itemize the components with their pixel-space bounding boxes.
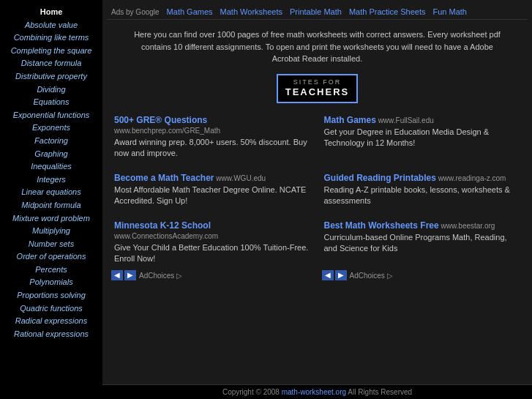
sidebar-item-exponents[interactable]: Exponents [3,122,100,135]
ad-bottom-nav-row: ◀ ▶ AdChoices ▷ ◀ ▶ AdChoices ▷ [107,269,528,282]
sidebar-item-radical-expressions[interactable]: Radical expressions [3,315,100,328]
ad-title-link-5[interactable]: Best Math Worksheets Free [324,220,439,231]
ad-block-3: Guided Reading Printables www.readinga-z… [320,168,525,212]
ad-desc-1: Get your Degree in Education Media Desig… [324,127,521,149]
ad-title-link-0[interactable]: 500+ GRE® Questions [114,115,207,125]
top-ad-link-math-games[interactable]: Math Games [167,7,213,16]
sidebar-item-inequalities[interactable]: Inequalities [3,160,100,174]
ad-choices-left: AdChoices ▷ [139,272,182,280]
sidebar-item-rational-expressions[interactable]: Rational expressions [3,328,100,341]
top-ad-bar: Ads by Google Math GamesMath WorksheetsP… [107,4,528,20]
footer: Copyright © 2008 math-worksheet.org All … [102,384,532,399]
ad-title-link-1[interactable]: Math Games [324,115,376,125]
teachers-banner: SITES FOR TEACHERS [107,74,528,104]
sidebar: HomeAbsolute valueCombining like termsCo… [0,0,102,399]
sidebar-item-absolute-value[interactable]: Absolute value [3,19,100,32]
ad-block-4: Minnesota K-12 School www.ConnectionsAca… [110,216,315,269]
ad-next-arrow-left[interactable]: ▶ [124,270,136,280]
ad-block-5: Best Math Worksheets Free www.beestar.or… [320,216,525,269]
ad-title-2[interactable]: Become a Math Teacher www.WGU.edu [114,173,311,183]
sidebar-item-integers[interactable]: Integers [3,174,100,187]
ad-url-0: www.benchprep.com/GRE_Math [114,127,220,135]
sidebar-item-factoring[interactable]: Factoring [3,135,100,148]
sidebar-item-number-sets[interactable]: Number sets [3,238,100,251]
ad-prev-arrow-right[interactable]: ◀ [322,270,334,280]
sidebar-item-midpoint-formula[interactable]: Midpoint formula [3,199,100,212]
ad-title-5[interactable]: Best Math Worksheets Free www.beestar.or… [324,220,521,231]
ad-url-1: www.FullSail.edu [376,116,434,124]
sidebar-item-graphing[interactable]: Graphing [3,148,100,161]
teachers-badge: SITES FOR TEACHERS [277,74,359,104]
ad-desc-2: Most Affordable Math Teacher Degree Onli… [114,184,311,207]
ad-title-link-2[interactable]: Become a Math Teacher [114,173,214,183]
top-ad-link-printable-math[interactable]: Printable Math [290,7,342,16]
ad-grid: 500+ GRE® Questions www.benchprep.com/GR… [107,111,528,269]
sidebar-item-proportions-solving[interactable]: Proportions solving [3,289,100,302]
ad-next-arrow-right[interactable]: ▶ [335,270,347,280]
sidebar-item-home[interactable]: Home [3,6,100,19]
sidebar-item-distance-formula[interactable]: Distance formula [3,57,100,70]
intro-text: Here you can find over 1000 pages of fre… [107,26,528,68]
sidebar-item-equations[interactable]: Equations [3,96,100,109]
sidebar-item-exponential-functions[interactable]: Exponential functions [3,109,100,122]
ad-desc-4: Give Your Child a Better Education 100% … [114,242,311,265]
ad-title-link-3[interactable]: Guided Reading Printables [324,173,436,183]
ad-title-4[interactable]: Minnesota K-12 School www.ConnectionsAca… [114,220,311,241]
ad-url-2: www.WGU.edu [214,174,266,182]
sidebar-item-distributive-property[interactable]: Distributive property [3,70,100,83]
sidebar-item-quadric-functions[interactable]: Quadric functions [3,302,100,316]
sidebar-item-dividing[interactable]: Dividing [3,83,100,97]
ad-url-3: www.readinga-z.com [436,174,506,182]
sidebar-item-completing-the-square[interactable]: Completing the square [3,45,100,58]
sidebar-item-multiplying[interactable]: Multiplying [3,225,100,238]
footer-link[interactable]: math-worksheet.org [282,388,346,396]
main-content: Ads by Google Math GamesMath WorksheetsP… [102,0,532,399]
ad-desc-0: Award winning prep. 8,000+ users. 50% di… [114,137,311,160]
ad-desc-5: Curriculum-based Online Programs Math, R… [324,232,521,255]
ad-block-1: Math Games www.FullSail.eduGet your Degr… [320,111,525,164]
ad-block-2: Become a Math Teacher www.WGU.eduMost Af… [110,168,315,212]
sidebar-item-combining-like-terms[interactable]: Combining like terms [3,31,100,45]
ad-title-3[interactable]: Guided Reading Printables www.readinga-z… [324,173,521,183]
ad-title-link-4[interactable]: Minnesota K-12 School [114,220,211,231]
ad-title-0[interactable]: 500+ GRE® Questions www.benchprep.com/GR… [114,115,311,135]
ad-block-0: 500+ GRE® Questions www.benchprep.com/GR… [110,111,315,164]
top-ad-link-math-worksheets[interactable]: Math Worksheets [220,7,282,16]
ad-prev-arrow-left[interactable]: ◀ [111,270,123,280]
sidebar-item-polynomials[interactable]: Polynomials [3,276,100,289]
sidebar-item-linear-equations[interactable]: Linear equations [3,186,100,199]
ad-desc-3: Reading A-Z printable books, lessons, wo… [324,184,521,207]
ad-choices-right: AdChoices ▷ [350,272,393,280]
sidebar-item-order-of-operations[interactable]: Order of operations [3,250,100,264]
sidebar-item-percents[interactable]: Percents [3,264,100,277]
ad-nav-left-col: ◀ ▶ AdChoices ▷ [107,269,318,282]
ad-title-1[interactable]: Math Games www.FullSail.edu [324,115,521,125]
top-ad-link-math-practice-sheets[interactable]: Math Practice Sheets [349,7,426,16]
ad-url-4: www.ConnectionsAcademy.com [114,232,218,240]
sidebar-item-mixture-word-problem[interactable]: Mixture word problem [3,212,100,225]
ad-url-5: www.beestar.org [439,222,495,230]
ad-nav-right-col: ◀ ▶ AdChoices ▷ [318,269,528,282]
ads-by-google-label: Ads by Google [111,8,160,16]
top-ad-link-fun-math[interactable]: Fun Math [432,7,466,16]
